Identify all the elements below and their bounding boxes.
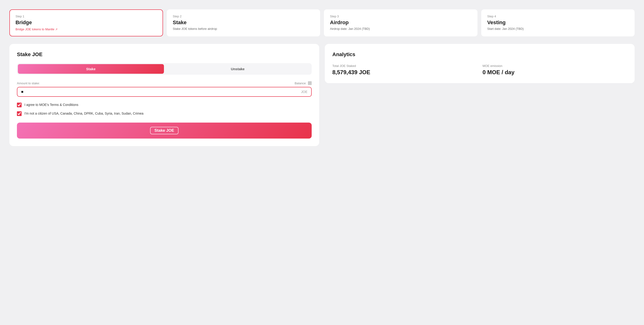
amount-input-wrapper: JOE [17, 87, 312, 97]
citizenship-label: I'm not a citizen of USA, Canada, China,… [24, 111, 144, 116]
step-card-step1[interactable]: Step 1BridgeBridge JOE tokens to Mantle [10, 10, 163, 36]
analytics-card: Analytics Total JOE Staked 8,579,439 JOE… [325, 44, 634, 83]
step-title-step4: Vesting [487, 20, 629, 26]
step-card-step3: Step 3AirdropAirdrop date: Jan 2024 (TBD… [324, 10, 478, 36]
tab-stake[interactable]: Stake [18, 64, 164, 74]
step-desc-step4: Start date: Jan 2024 (TBD) [487, 27, 629, 30]
analytics-label-1: MOE emission [483, 64, 627, 68]
stake-joe-button-label: Stake JOE [150, 127, 178, 134]
stake-joe-button[interactable]: Stake JOE [17, 122, 312, 138]
checkbox-row-citizenship: I'm not a citizen of USA, Canada, China,… [17, 111, 312, 116]
amount-suffix: JOE [301, 90, 308, 94]
stake-card: Stake JOE Stake Unstake Amount to stake:… [10, 44, 319, 146]
checkbox-row-terms: I agree to MOE's Terms & Conditions [17, 102, 312, 107]
terms-label: I agree to MOE's Terms & Conditions [24, 102, 78, 107]
step-title-step2: Stake [173, 20, 314, 26]
step-title-step3: Airdrop [330, 20, 471, 26]
step-title-step1: Bridge [16, 20, 157, 26]
analytics-grid: Total JOE Staked 8,579,439 JOE MOE emiss… [332, 64, 627, 76]
step-desc-step3: Airdrop date: Jan 2024 (TBD) [330, 27, 471, 30]
tab-unstake[interactable]: Unstake [165, 64, 311, 74]
step-label-step3: Step 3 [330, 14, 471, 18]
analytics-item-1: MOE emission 0 MOE / day [483, 64, 627, 76]
analytics-label-0: Total JOE Staked [332, 64, 477, 68]
amount-input[interactable] [21, 90, 301, 94]
amount-label: Amount to stake: [17, 82, 40, 85]
citizenship-checkbox[interactable] [17, 111, 22, 116]
steps-row: Step 1BridgeBridge JOE tokens to MantleS… [10, 10, 634, 36]
balance-label: Balance: [294, 82, 306, 85]
step-label-step4: Step 4 [487, 14, 629, 18]
analytics-value-1: 0 MOE / day [483, 69, 627, 76]
step-desc-step2: Stake JOE tokens before airdrop [173, 27, 314, 30]
analytics-item-0: Total JOE Staked 8,579,439 JOE [332, 64, 477, 76]
form-label-row: Amount to stake: Balance: [17, 81, 312, 85]
main-content: Stake JOE Stake Unstake Amount to stake:… [10, 44, 634, 146]
analytics-title: Analytics [332, 52, 627, 58]
step-card-step4: Step 4VestingStart date: Jan 2024 (TBD) [481, 10, 635, 36]
tab-group: Stake Unstake [17, 63, 312, 75]
step-card-step2: Step 2StakeStake JOE tokens before airdr… [167, 10, 320, 36]
step-label-step1: Step 1 [16, 14, 157, 18]
stake-card-title: Stake JOE [17, 52, 312, 58]
step-label-step2: Step 2 [173, 14, 314, 18]
step-link-step1[interactable]: Bridge JOE tokens to Mantle [16, 28, 58, 31]
balance-area: Balance: [294, 81, 312, 85]
terms-checkbox[interactable] [17, 102, 22, 107]
balance-square [308, 81, 312, 85]
checkbox-group: I agree to MOE's Terms & Conditions I'm … [17, 102, 312, 116]
analytics-value-0: 8,579,439 JOE [332, 69, 477, 76]
